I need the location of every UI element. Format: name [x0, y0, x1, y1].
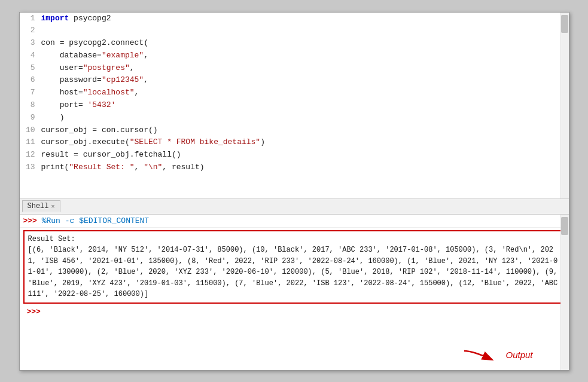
code-token: "postgres" — [83, 63, 130, 72]
code-token: ) — [260, 137, 265, 146]
annotation-area: Output — [461, 346, 532, 364]
main-window: 1import psycopg223con = psycopg2.connect… — [19, 12, 569, 371]
line-code[interactable]: host="localhost", — [41, 87, 569, 99]
table-row: 6 password="cp12345", — [20, 74, 569, 87]
shell-run-prompt: >>> — [23, 216, 37, 225]
line-code[interactable]: user="postgres", — [41, 62, 569, 75]
line-number: 4 — [20, 50, 41, 62]
line-number: 11 — [20, 136, 41, 149]
code-token: , — [135, 88, 139, 97]
table-row: 2 — [20, 25, 569, 37]
code-token: , — [144, 75, 148, 84]
shell-tab-close[interactable]: ✕ — [51, 203, 55, 210]
shell-tab-bar: Shell ✕ — [20, 199, 569, 215]
line-code[interactable]: result = cursor_obj.fetchall() — [41, 149, 569, 161]
line-number: 5 — [20, 62, 41, 75]
result-box: Result Set: [(6, 'Black', 2014, 'NY 512'… — [23, 230, 565, 304]
shell-tab-label: Shell — [28, 202, 49, 210]
line-code[interactable]: port= '5432' — [41, 99, 569, 112]
code-token: database= — [41, 51, 102, 60]
table-row: 9 ) — [20, 112, 569, 124]
code-token: cursor_obj = con.cursor() — [41, 126, 158, 135]
line-code[interactable]: cursor_obj = con.cursor() — [41, 124, 569, 137]
line-number: 13 — [20, 161, 41, 174]
line-code[interactable]: con = psycopg2.connect( — [41, 37, 569, 50]
code-token: , — [130, 63, 135, 72]
table-row: 3con = psycopg2.connect( — [20, 37, 569, 50]
line-code[interactable]: import psycopg2 — [41, 13, 569, 25]
code-token: password= — [41, 75, 102, 84]
line-code[interactable]: password="cp12345", — [41, 74, 569, 87]
editor-area: 1import psycopg223con = psycopg2.connect… — [20, 13, 569, 199]
code-token: "Result Set: " — [69, 163, 134, 172]
code-token: "SELECT * FROM bike_details" — [130, 137, 260, 146]
line-number: 8 — [20, 99, 41, 112]
table-row: 8 port= '5432' — [20, 99, 569, 112]
shell-area: >>> %Run -c $EDITOR_CONTENT Result Set: … — [20, 215, 569, 370]
code-token: user= — [41, 63, 83, 72]
code-token: port= — [41, 100, 88, 109]
code-token: , — [135, 163, 144, 172]
shell-run-line: >>> %Run -c $EDITOR_CONTENT — [20, 215, 569, 228]
code-token: print( — [41, 163, 69, 172]
line-number: 9 — [20, 112, 41, 124]
code-token: cursor_obj.execute( — [41, 137, 130, 146]
code-token: , result) — [162, 163, 204, 172]
shell-tab[interactable]: Shell ✕ — [22, 200, 60, 212]
code-token: , — [144, 51, 148, 60]
shell-scrollbar-track[interactable] — [560, 215, 569, 370]
line-number: 3 — [20, 37, 41, 50]
code-token: "localhost" — [83, 88, 135, 97]
code-token: con = psycopg2.connect( — [41, 38, 148, 47]
shell-bottom-prompt: >>> — [23, 306, 565, 317]
table-row: 5 user="postgres", — [20, 62, 569, 75]
editor-scrollbar-thumb[interactable] — [561, 15, 568, 33]
line-number: 6 — [20, 74, 41, 87]
editor-scrollbar-track[interactable] — [560, 13, 569, 198]
code-token: "\n" — [144, 163, 162, 172]
shell-scrollbar-thumb[interactable] — [561, 217, 568, 235]
shell-output-wrapper: Result Set: [(6, 'Black', 2014, 'NY 512'… — [20, 228, 569, 370]
code-token: psycopg2 — [69, 14, 111, 23]
table-row: 13print("Result Set: ", "\n", result) — [20, 161, 569, 174]
editor-scroll[interactable]: 1import psycopg223con = psycopg2.connect… — [20, 13, 569, 198]
line-number: 10 — [20, 124, 41, 137]
code-token: "example" — [102, 51, 144, 60]
line-number: 12 — [20, 149, 41, 161]
line-number: 2 — [20, 25, 41, 37]
shell-run-command: %Run -c $EDITOR_CONTENT — [42, 216, 149, 225]
line-number: 7 — [20, 87, 41, 99]
code-table: 1import psycopg223con = psycopg2.connect… — [20, 13, 569, 174]
code-token: result = cursor_obj.fetchall() — [41, 150, 181, 159]
line-code[interactable]: print("Result Set: ", "\n", result) — [41, 161, 569, 174]
output-label: Output — [505, 350, 532, 360]
line-code[interactable]: cursor_obj.execute("SELECT * FROM bike_d… — [41, 136, 569, 149]
line-code[interactable] — [41, 25, 569, 37]
code-token: import — [41, 14, 69, 23]
table-row: 7 host="localhost", — [20, 87, 569, 99]
output-arrow-icon — [461, 346, 503, 364]
table-row: 1import psycopg2 — [20, 13, 569, 25]
table-row: 12result = cursor_obj.fetchall() — [20, 149, 569, 161]
code-token: '5432' — [88, 100, 116, 109]
line-code[interactable]: ) — [41, 112, 569, 124]
code-token: "cp12345" — [102, 75, 144, 84]
table-row: 4 database="example", — [20, 50, 569, 62]
table-row: 10cursor_obj = con.cursor() — [20, 124, 569, 137]
table-row: 11cursor_obj.execute("SELECT * FROM bike… — [20, 136, 569, 149]
line-code[interactable]: database="example", — [41, 50, 569, 62]
code-token: host= — [41, 88, 83, 97]
code-token: ) — [41, 113, 65, 122]
line-number: 1 — [20, 13, 41, 25]
